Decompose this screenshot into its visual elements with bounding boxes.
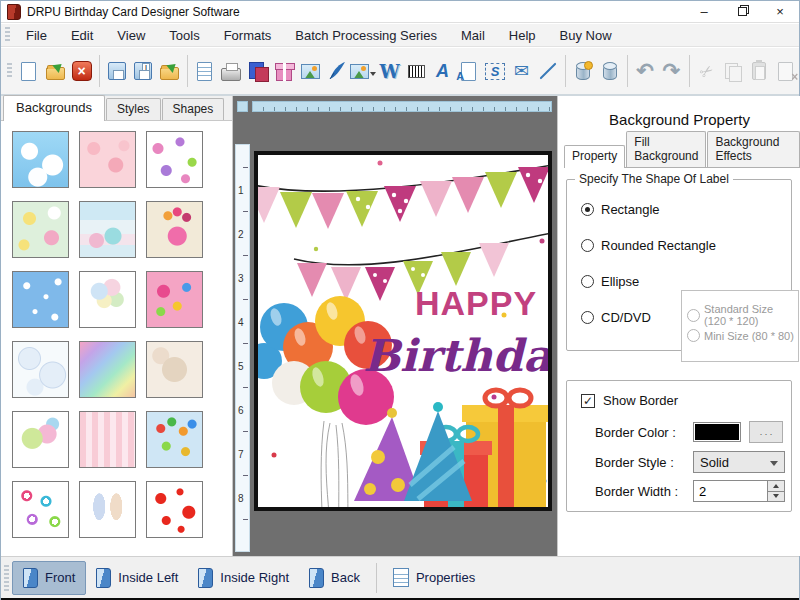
background-thumbnail-bubbles[interactable] bbox=[12, 341, 69, 398]
background-thumbnail-pink-hearts[interactable] bbox=[79, 131, 136, 188]
barcode-button[interactable] bbox=[403, 55, 429, 87]
menu-tools[interactable]: Tools bbox=[157, 26, 211, 45]
tab-fill-background[interactable]: Fill Background bbox=[626, 131, 706, 167]
export-button[interactable] bbox=[156, 55, 182, 87]
background-thumbnail-teddy-bear[interactable] bbox=[146, 341, 203, 398]
signature-button[interactable]: S bbox=[482, 55, 508, 87]
background-thumbnail-happy-birthday[interactable] bbox=[12, 411, 69, 468]
text-tool-button[interactable]: A bbox=[429, 55, 455, 87]
background-thumbnail-flower-columns[interactable] bbox=[79, 481, 136, 538]
spin-up-button[interactable] bbox=[768, 481, 784, 492]
text-document-button[interactable]: A bbox=[456, 55, 482, 87]
border-color-browse-button[interactable]: . . . bbox=[749, 421, 783, 443]
radio-ellipse[interactable]: Ellipse bbox=[581, 274, 639, 289]
undo-button[interactable] bbox=[632, 55, 658, 87]
print-button[interactable] bbox=[218, 55, 244, 87]
show-border-row[interactable]: ✓ Show Border bbox=[581, 393, 678, 408]
card-stack-button[interactable] bbox=[244, 55, 270, 87]
paste-button[interactable] bbox=[746, 55, 772, 87]
copy-button[interactable] bbox=[720, 55, 746, 87]
toolbar-separator bbox=[187, 55, 188, 87]
menu-batch-processing-series[interactable]: Batch Processing Series bbox=[283, 26, 449, 45]
page-inside-left-button[interactable]: Inside Left bbox=[86, 562, 188, 594]
page-inside-right-button[interactable]: Inside Right bbox=[188, 562, 299, 594]
cut-button[interactable] bbox=[693, 55, 719, 87]
radio-cd-dvd[interactable]: CD/DVD bbox=[581, 310, 651, 325]
cut-icon bbox=[700, 62, 713, 81]
show-border-checkbox[interactable]: ✓ bbox=[581, 394, 595, 408]
draw-line-button[interactable] bbox=[535, 55, 561, 87]
delete-button[interactable]: × bbox=[773, 55, 799, 87]
save-as-button[interactable] bbox=[130, 55, 156, 87]
open-file-button[interactable] bbox=[42, 55, 68, 87]
radio-rectangle[interactable]: Rectangle bbox=[581, 202, 660, 217]
menu-buy-now[interactable]: Buy Now bbox=[548, 26, 624, 45]
background-thumbnail-birthday-cakes[interactable] bbox=[146, 271, 203, 328]
background-thumbnail-outline-hearts[interactable] bbox=[12, 481, 69, 538]
border-width-input[interactable] bbox=[694, 481, 767, 501]
background-thumbnail-sky-clouds[interactable] bbox=[12, 131, 69, 188]
radio-rounded-rectangle-icon[interactable] bbox=[581, 239, 594, 252]
menu-file[interactable]: File bbox=[14, 26, 59, 45]
menu-mail[interactable]: Mail bbox=[449, 26, 497, 45]
card-text-happy[interactable]: HAPPY bbox=[415, 284, 537, 322]
radio-cd-dvd-icon[interactable] bbox=[581, 311, 594, 324]
background-thumbnail-stars[interactable] bbox=[12, 271, 69, 328]
database-add-button[interactable] bbox=[570, 55, 596, 87]
background-thumbnail-pink-bird[interactable] bbox=[146, 201, 203, 258]
border-style-label: Border Style : bbox=[595, 455, 693, 470]
background-thumbnail-red-hearts[interactable] bbox=[146, 481, 203, 538]
radio-ellipse-icon[interactable] bbox=[581, 275, 594, 288]
minimize-button[interactable]: – bbox=[685, 1, 723, 22]
send-mail-button[interactable] bbox=[508, 55, 534, 87]
menu-formats[interactable]: Formats bbox=[212, 26, 284, 45]
menu-help[interactable]: Help bbox=[497, 26, 548, 45]
menu-edit[interactable]: Edit bbox=[59, 26, 105, 45]
tab-styles[interactable]: Styles bbox=[106, 98, 161, 120]
radio-mini-size-icon[interactable] bbox=[687, 329, 700, 342]
toolbar-separator bbox=[99, 55, 100, 87]
radio-rounded-rectangle[interactable]: Rounded Rectangle bbox=[581, 238, 716, 253]
page-front-button[interactable]: Front bbox=[12, 561, 86, 595]
card-front-page[interactable]: HAPPY Birthday bbox=[254, 151, 552, 511]
background-thumbnail-butterflies[interactable] bbox=[146, 131, 203, 188]
radio-mini-size[interactable]: Mini Size (80 * 80) bbox=[687, 329, 794, 342]
spin-down-button[interactable] bbox=[768, 492, 784, 502]
database-button[interactable] bbox=[596, 55, 622, 87]
insert-image-button[interactable] bbox=[297, 55, 323, 87]
background-thumbnail-pastel-balloons[interactable] bbox=[79, 271, 136, 328]
tab-shapes[interactable]: Shapes bbox=[162, 98, 225, 120]
tab-background-effects[interactable]: Background Effects bbox=[707, 131, 800, 167]
radio-standard-size-icon[interactable] bbox=[687, 309, 700, 322]
card-text-birthday[interactable]: Birthday bbox=[363, 330, 548, 381]
insert-shape-button[interactable] bbox=[350, 55, 376, 87]
save-as-icon bbox=[134, 62, 152, 80]
tab-backgrounds[interactable]: Backgrounds bbox=[3, 95, 105, 121]
page-back-button[interactable]: Back bbox=[299, 562, 370, 594]
tab-property[interactable]: Property bbox=[564, 145, 625, 168]
maximize-button[interactable] bbox=[723, 1, 761, 22]
menu-view[interactable]: View bbox=[105, 26, 157, 45]
properties-button[interactable]: Properties bbox=[383, 562, 485, 593]
barcode-icon bbox=[408, 65, 425, 78]
border-style-dropdown[interactable]: Solid bbox=[693, 451, 785, 473]
radio-standard-size[interactable]: Standard Size (120 * 120) bbox=[687, 303, 798, 327]
gift-button[interactable] bbox=[271, 55, 297, 87]
background-thumbnail-balloons-sky[interactable] bbox=[146, 411, 203, 468]
new-card-button[interactable] bbox=[16, 55, 42, 87]
background-thumbnail-hearts-curtain[interactable] bbox=[79, 411, 136, 468]
page-navigation-bar: Front Inside Left Inside Right Back Prop… bbox=[1, 556, 799, 598]
background-thumbnail-tie-dye[interactable] bbox=[79, 341, 136, 398]
pen-icon bbox=[326, 60, 348, 82]
save-button[interactable] bbox=[104, 55, 130, 87]
radio-rectangle-icon[interactable] bbox=[581, 203, 594, 216]
redo-button[interactable] bbox=[658, 55, 684, 87]
word-art-button[interactable]: W bbox=[376, 55, 402, 87]
background-thumbnail-winter-scene[interactable] bbox=[79, 201, 136, 258]
print-preview-button[interactable] bbox=[192, 55, 218, 87]
background-thumbnail-daisies[interactable] bbox=[12, 201, 69, 258]
pen-tool-button[interactable] bbox=[324, 55, 350, 87]
close-file-button[interactable] bbox=[68, 55, 94, 87]
border-color-swatch[interactable] bbox=[693, 422, 741, 442]
close-button[interactable]: × bbox=[761, 1, 799, 22]
